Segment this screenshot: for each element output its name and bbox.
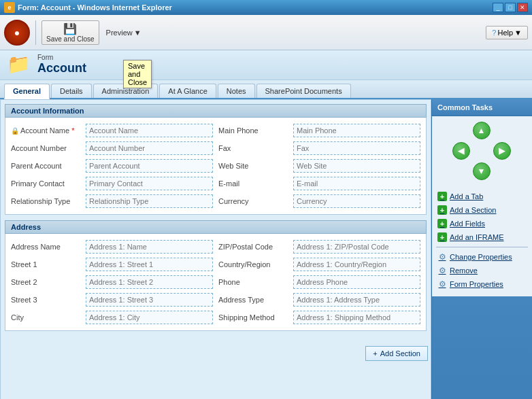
toolbar: ● 💾 Save and Close Save and Close Previe… bbox=[0, 15, 532, 50]
field-label: Street 2 bbox=[11, 278, 86, 286]
field-row: Primary Contact bbox=[8, 175, 216, 192]
task-icon-form-properties: ⚙ bbox=[437, 279, 447, 289]
field-input-relationship-type[interactable] bbox=[86, 194, 213, 208]
field-input-parent-account[interactable] bbox=[86, 159, 213, 173]
toolbar-separator-1 bbox=[35, 20, 36, 45]
field-label: ZIP/Postal Code bbox=[218, 243, 293, 251]
section-body-account_information: 🔒Account NameMain PhoneAccount NumberFax… bbox=[5, 118, 427, 215]
form-area-inner: Account Information🔒Account NameMain Pho… bbox=[1, 100, 431, 341]
form-header: 📁 Form Account bbox=[0, 50, 532, 80]
preview-button[interactable]: Preview ▼ bbox=[102, 26, 146, 39]
field-input-address-type[interactable] bbox=[293, 293, 420, 307]
task-label-form-properties: Form Properties bbox=[450, 280, 503, 288]
task-icon-add-tab: + bbox=[437, 192, 447, 201]
task-add-tab[interactable]: +Add a Tab bbox=[436, 190, 528, 203]
field-row: Street 3 bbox=[8, 291, 216, 309]
field-label: Relationship Type bbox=[11, 197, 86, 205]
add-section-label: Add Section bbox=[380, 349, 420, 358]
field-input-street-2[interactable] bbox=[86, 275, 213, 289]
field-input-account-number[interactable] bbox=[86, 141, 213, 155]
form-label: Form bbox=[37, 54, 86, 61]
section-body-address: Address NameZIP/Postal CodeStreet 1Count… bbox=[5, 234, 427, 331]
field-input-account-name[interactable] bbox=[86, 124, 213, 137]
field-label: 🔒Account Name bbox=[11, 126, 86, 135]
field-label: Main Phone bbox=[218, 126, 293, 135]
arrow-empty-center bbox=[473, 142, 491, 160]
field-row: Fax bbox=[216, 139, 423, 157]
task-label-add-tab: Add a Tab bbox=[450, 192, 483, 201]
task-add-section[interactable]: +Add a Section bbox=[436, 203, 528, 217]
form-title: Account bbox=[37, 61, 86, 75]
arrow-down-button[interactable]: ▼ bbox=[473, 162, 491, 180]
window-controls: _ □ ✕ bbox=[493, 3, 528, 12]
field-row: Address Type bbox=[216, 291, 423, 309]
task-add-fields[interactable]: +Add Fields bbox=[436, 217, 528, 230]
field-input-street-1[interactable] bbox=[86, 258, 213, 271]
tab-general[interactable]: General bbox=[4, 84, 50, 99]
title-bar: e Form: Account - Windows Internet Explo… bbox=[0, 0, 532, 15]
form-title-block: Form Account bbox=[37, 54, 86, 75]
tab-at_a_glance[interactable]: At A Glance bbox=[159, 84, 216, 98]
main-layout: Account Information🔒Account NameMain Pho… bbox=[0, 99, 532, 399]
field-input-city[interactable] bbox=[86, 311, 213, 324]
add-section-area: + Add Section bbox=[1, 341, 431, 366]
field-label: Address Name bbox=[11, 243, 86, 251]
field-input-street-3[interactable] bbox=[86, 293, 213, 307]
field-input-currency[interactable] bbox=[293, 194, 420, 208]
field-label: Address Type bbox=[218, 296, 293, 304]
add-section-button[interactable]: + Add Section bbox=[365, 346, 428, 361]
task-label-add-fields: Add Fields bbox=[450, 220, 485, 228]
task-label-remove: Remove bbox=[450, 266, 478, 275]
field-row: Currency bbox=[216, 192, 423, 210]
field-input-e-mail[interactable] bbox=[293, 177, 420, 190]
save-close-tooltip: Save and Close bbox=[123, 60, 152, 88]
minimize-button[interactable]: _ bbox=[493, 3, 503, 12]
task-change-properties[interactable]: ⚙Change Properties bbox=[436, 250, 528, 264]
field-label: Shipping Method bbox=[218, 313, 293, 322]
field-input-primary-contact[interactable] bbox=[86, 177, 213, 190]
field-row: Street 2 bbox=[8, 273, 216, 291]
task-icon-change-properties: ⚙ bbox=[437, 252, 447, 262]
preview-label: Preview bbox=[106, 29, 133, 37]
task-label-add-iframe: Add an IFRAME bbox=[450, 233, 503, 241]
nav-arrows: ▲ ◀ ▶ ▼ bbox=[436, 122, 528, 181]
arrow-left-button[interactable]: ◀ bbox=[452, 142, 470, 160]
field-row: E-mail bbox=[216, 175, 423, 192]
save-close-button[interactable]: 💾 Save and Close bbox=[41, 20, 99, 45]
section-account_information: Account Information🔒Account NameMain Pho… bbox=[5, 104, 427, 215]
close-button[interactable]: ✕ bbox=[517, 3, 528, 12]
field-row: Account Number bbox=[8, 139, 216, 157]
section-grid-account_information: 🔒Account NameMain PhoneAccount NumberFax… bbox=[8, 122, 423, 210]
arrows-grid: ▲ ◀ ▶ ▼ bbox=[452, 122, 512, 181]
field-row: City bbox=[8, 309, 216, 326]
task-remove[interactable]: ⚙Remove bbox=[436, 264, 528, 277]
field-input-zip/postal-code[interactable] bbox=[293, 240, 420, 254]
tab-notes[interactable]: Notes bbox=[218, 84, 255, 98]
arrow-empty-tr bbox=[493, 122, 511, 139]
field-input-address-name[interactable] bbox=[86, 240, 213, 254]
field-label: Street 3 bbox=[11, 296, 86, 304]
arrow-right-button[interactable]: ▶ bbox=[493, 142, 511, 160]
field-input-shipping-method[interactable] bbox=[293, 311, 420, 324]
tab-sharepoint[interactable]: SharePoint Documents bbox=[256, 84, 351, 98]
field-input-web-site[interactable] bbox=[293, 159, 420, 173]
right-panel-body: ▲ ◀ ▶ ▼ +Add a Tab+Add a Section+Add Fie… bbox=[432, 116, 532, 296]
maximize-button[interactable]: □ bbox=[505, 3, 516, 12]
app-icon: e bbox=[4, 2, 15, 13]
task-add-iframe[interactable]: +Add an IFRAME bbox=[436, 230, 528, 244]
folder-icon: 📁 bbox=[7, 53, 31, 75]
arrow-up-button[interactable]: ▲ bbox=[473, 122, 491, 139]
field-input-fax[interactable] bbox=[293, 141, 420, 155]
field-label: Phone bbox=[218, 278, 293, 286]
toolbar-right: ? Help ▼ bbox=[486, 26, 528, 39]
help-button[interactable]: ? Help ▼ bbox=[486, 26, 528, 39]
arrow-empty-bl bbox=[452, 162, 470, 180]
tab-details[interactable]: Details bbox=[51, 84, 92, 98]
task-form-properties[interactable]: ⚙Form Properties bbox=[436, 277, 528, 291]
field-input-phone[interactable] bbox=[293, 275, 420, 289]
field-row: Phone bbox=[216, 273, 423, 291]
right-panel: Common Tasks ▲ ◀ ▶ ▼ +A bbox=[431, 99, 532, 399]
section-header-account_information: Account Information bbox=[5, 104, 427, 118]
field-input-country/region[interactable] bbox=[293, 258, 420, 271]
field-input-main-phone[interactable] bbox=[293, 124, 420, 137]
